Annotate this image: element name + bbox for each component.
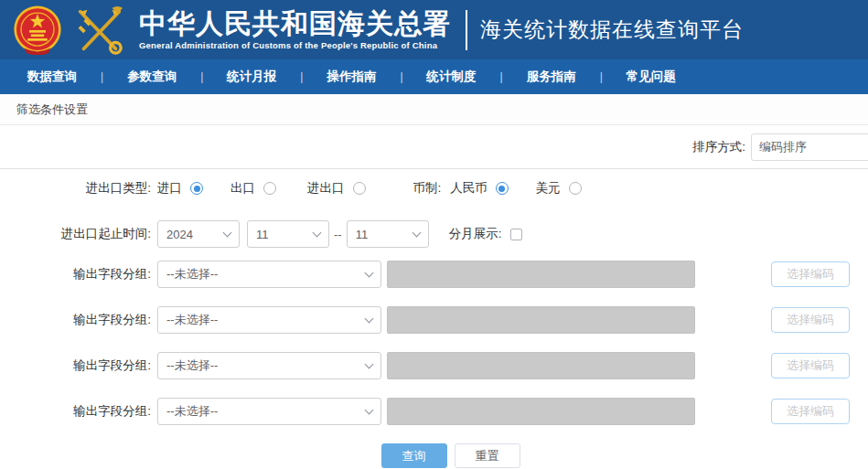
- output-group-row-4: 输出字段分组: --未选择-- 选择编码: [0, 398, 868, 425]
- chevron-down-icon: [365, 359, 374, 368]
- nav-item-data-query[interactable]: 数据查询: [27, 69, 77, 85]
- national-emblem-icon: [13, 5, 62, 55]
- currency-label: 币制:: [413, 180, 442, 197]
- section-title: 筛选条件设置: [16, 101, 88, 118]
- output-group-select[interactable]: --未选择--: [157, 398, 381, 425]
- currency-group: 币制: 人民币 美元: [413, 180, 582, 197]
- output-group-select[interactable]: --未选择--: [157, 352, 381, 379]
- radio-export[interactable]: 出口: [230, 180, 276, 197]
- pick-code-button[interactable]: 选择编码: [771, 353, 850, 378]
- monthly-display-group: 分月展示:: [449, 226, 523, 242]
- radio-usd[interactable]: 美元: [536, 180, 582, 197]
- nav-separator: |: [400, 70, 402, 83]
- radio-import-circle-icon[interactable]: [190, 182, 203, 195]
- nav-item-monthly-report[interactable]: 统计月报: [227, 69, 276, 85]
- trade-type-row: 进出口类型: 进口 出口 进出口 币制: 人民币 美元: [0, 176, 868, 201]
- output-group-row-3: 输出字段分组: --未选择-- 选择编码: [0, 352, 868, 379]
- radio-rmb[interactable]: 人民币: [450, 180, 509, 197]
- date-separator: --: [334, 228, 342, 241]
- date-range-row: 进出口起止时间: 2024 11 -- 11 分月展示:: [0, 220, 868, 248]
- org-subtitle: General Administration of Customs of the…: [139, 40, 451, 50]
- nav-separator: |: [600, 70, 603, 83]
- sort-row: 排序方式: 编码排序: [0, 125, 868, 169]
- radio-rmb-circle-icon[interactable]: [496, 182, 509, 195]
- header-divider: [466, 10, 467, 50]
- radio-import[interactable]: 进口: [157, 180, 203, 197]
- chevron-down-icon: [365, 314, 374, 323]
- output-group-row-1: 输出字段分组: --未选择-- 选择编码: [0, 261, 868, 288]
- code-input: [387, 261, 695, 288]
- code-input: [387, 398, 695, 425]
- nav-item-service-guide[interactable]: 服务指南: [527, 69, 576, 85]
- filter-form: 进出口类型: 进口 出口 进出口 币制: 人民币 美元 进出口起止时: [0, 169, 868, 468]
- action-bar: 查询 重置: [16, 443, 868, 468]
- nav-item-param-query[interactable]: 参数查询: [127, 69, 177, 85]
- year-select[interactable]: 2024: [157, 220, 240, 248]
- chevron-down-icon: [365, 268, 374, 277]
- chevron-down-icon: [223, 228, 232, 237]
- chevron-down-icon: [313, 228, 322, 237]
- output-group-label: 输出字段分组:: [0, 357, 151, 374]
- sort-label: 排序方式:: [692, 139, 745, 155]
- radio-import-export-circle-icon[interactable]: [353, 182, 366, 195]
- reset-button[interactable]: 重置: [455, 443, 520, 468]
- radio-import-export[interactable]: 进出口: [307, 180, 366, 197]
- nav-separator: |: [500, 70, 503, 83]
- header: 中华人民共和国海关总署 General Administration of Cu…: [0, 0, 868, 59]
- trade-type-label: 进出口类型:: [0, 180, 151, 197]
- end-month-select[interactable]: 11: [347, 220, 429, 248]
- sort-order-select[interactable]: 编码排序: [751, 133, 868, 161]
- customs-key-logo-icon: [71, 5, 128, 56]
- main-nav: 数据查询 | 参数查询 | 统计月报 | 操作指南 | 统计制度 | 服务指南 …: [0, 59, 868, 94]
- output-group-label: 输出字段分组:: [0, 403, 151, 420]
- nav-item-operation-guide[interactable]: 操作指南: [327, 69, 376, 85]
- nav-item-statistics-system[interactable]: 统计制度: [427, 69, 477, 85]
- start-month-select[interactable]: 11: [247, 220, 329, 248]
- output-group-label: 输出字段分组:: [0, 312, 151, 328]
- nav-separator: |: [200, 70, 203, 83]
- query-button[interactable]: 查询: [381, 443, 447, 468]
- monthly-display-checkbox[interactable]: [510, 229, 522, 240]
- nav-item-faq[interactable]: 常见问题: [627, 69, 676, 85]
- pick-code-button[interactable]: 选择编码: [771, 307, 850, 333]
- code-input: [387, 352, 695, 379]
- nav-separator: |: [101, 70, 103, 83]
- chevron-down-icon: [365, 405, 374, 414]
- date-range-label: 进出口起止时间:: [0, 226, 151, 242]
- output-group-label: 输出字段分组:: [0, 266, 151, 282]
- monthly-display-label: 分月展示:: [449, 226, 502, 242]
- radio-export-circle-icon[interactable]: [263, 182, 276, 195]
- output-group-select[interactable]: --未选择--: [157, 261, 381, 288]
- nav-separator: |: [300, 70, 303, 83]
- chevron-down-icon: [412, 228, 421, 237]
- org-title: 中华人民共和国海关总署: [139, 9, 451, 38]
- code-input: [387, 306, 695, 334]
- output-group-row-2: 输出字段分组: --未选择-- 选择编码: [0, 306, 868, 334]
- pick-code-button[interactable]: 选择编码: [771, 261, 850, 287]
- output-group-select[interactable]: --未选择--: [157, 306, 381, 334]
- pick-code-button[interactable]: 选择编码: [771, 399, 850, 424]
- sort-select-value: 编码排序: [759, 139, 807, 155]
- platform-title: 海关统计数据在线查询平台: [480, 16, 744, 44]
- radio-usd-circle-icon[interactable]: [569, 182, 582, 195]
- filter-section-bar: 筛选条件设置: [0, 94, 868, 125]
